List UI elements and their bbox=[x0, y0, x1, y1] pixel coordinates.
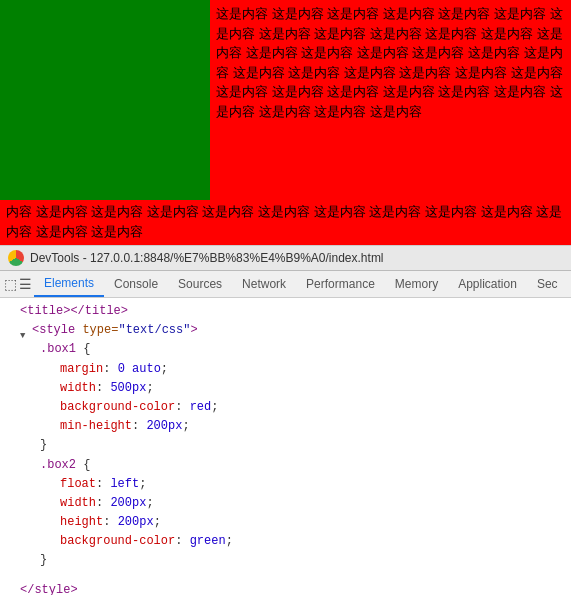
code-line-box2-close: } bbox=[0, 551, 571, 570]
tab-sources[interactable]: Sources bbox=[168, 271, 232, 297]
selector-box2: .box2 bbox=[40, 456, 83, 475]
prop-margin: margin bbox=[60, 360, 103, 379]
val-float: left bbox=[110, 475, 139, 494]
inspect-button[interactable]: ⬚ bbox=[4, 271, 17, 297]
code-line-minheight: min-height: 200px; bbox=[0, 417, 571, 436]
code-line-float: float: left; bbox=[0, 475, 571, 494]
devtools-titlebar: DevTools - 127.0.0.1:8848/%E7%BB%83%E4%B… bbox=[0, 246, 571, 271]
tab-security[interactable]: Sec bbox=[527, 271, 568, 297]
devtools-tabs: Elements Console Sources Network Perform… bbox=[34, 271, 568, 297]
code-line-box1-close: } bbox=[0, 436, 571, 455]
prop-bgcolor1: background-color bbox=[60, 398, 175, 417]
code-line-width1: width: 500px; bbox=[0, 379, 571, 398]
attrval-type: "text/css" bbox=[118, 321, 190, 340]
val-width1: 500px bbox=[110, 379, 146, 398]
red-text-right: 这是内容 这是内容 这是内容 这是内容 这是内容 这是内容 这是内容 这是内容 … bbox=[210, 0, 571, 200]
tab-performance[interactable]: Performance bbox=[296, 271, 385, 297]
tag-style-end: </style> bbox=[20, 581, 78, 595]
val-margin: 0 auto bbox=[118, 360, 161, 379]
val-bgcolor2: green bbox=[190, 532, 226, 551]
code-line-width2: width: 200px; bbox=[0, 494, 571, 513]
tab-memory[interactable]: Memory bbox=[385, 271, 448, 297]
devtools-toolbar: ⬚ ☰ Elements Console Sources Network Per… bbox=[0, 271, 571, 298]
device-button[interactable]: ☰ bbox=[19, 271, 32, 297]
brace-close1: } bbox=[40, 436, 47, 455]
tab-application[interactable]: Application bbox=[448, 271, 527, 297]
code-line-box2: .box2 { bbox=[0, 456, 571, 475]
val-width2: 200px bbox=[110, 494, 146, 513]
brace-open2: { bbox=[83, 456, 90, 475]
tag-style: <style bbox=[32, 321, 82, 340]
val-minheight: 200px bbox=[146, 417, 182, 436]
attr-type: type= bbox=[82, 321, 118, 340]
chrome-icon bbox=[8, 250, 24, 266]
code-line-height: height: 200px; bbox=[0, 513, 571, 532]
prop-bgcolor2: background-color bbox=[60, 532, 175, 551]
prop-height: height bbox=[60, 513, 103, 532]
prop-minheight: min-height bbox=[60, 417, 132, 436]
code-line-bgcolor2: background-color: green; bbox=[0, 532, 571, 551]
code-line-style-open: <style type="text/css"> bbox=[0, 321, 571, 340]
code-area: <title></title> <style type="text/css"> … bbox=[0, 298, 571, 595]
code-line-margin: margin: 0 auto; bbox=[0, 360, 571, 379]
tab-console[interactable]: Console bbox=[104, 271, 168, 297]
selector-box1: .box1 bbox=[40, 340, 83, 359]
code-line-bgcolor1: background-color: red; bbox=[0, 398, 571, 417]
tab-elements[interactable]: Elements bbox=[34, 271, 104, 297]
tag-style-close: > bbox=[190, 321, 197, 340]
triangle-style[interactable] bbox=[20, 326, 30, 336]
overflow-text: 内容 这是内容 这是内容 这是内容 这是内容 这是内容 这是内容 这是内容 这是… bbox=[0, 200, 571, 245]
brace-close2: } bbox=[40, 551, 47, 570]
devtools-title: DevTools - 127.0.0.1:8848/%E7%BB%83%E4%B… bbox=[30, 251, 384, 265]
green-box bbox=[0, 0, 210, 200]
brace-open: { bbox=[83, 340, 90, 359]
tag-title-open: <title></title> bbox=[20, 302, 128, 321]
prop-float: float bbox=[60, 475, 96, 494]
val-height: 200px bbox=[118, 513, 154, 532]
devtools-window: DevTools - 127.0.0.1:8848/%E7%BB%83%E4%B… bbox=[0, 245, 571, 595]
val-bgcolor1: red bbox=[190, 398, 212, 417]
tab-network[interactable]: Network bbox=[232, 271, 296, 297]
code-line-style-end: </style> bbox=[0, 581, 571, 595]
code-line-box1: .box1 { bbox=[0, 340, 571, 359]
preview-area: 这是内容 这是内容 这是内容 这是内容 这是内容 这是内容 这是内容 这是内容 … bbox=[0, 0, 571, 245]
code-line-title: <title></title> bbox=[0, 302, 571, 321]
prop-width2: width bbox=[60, 494, 96, 513]
prop-width1: width bbox=[60, 379, 96, 398]
